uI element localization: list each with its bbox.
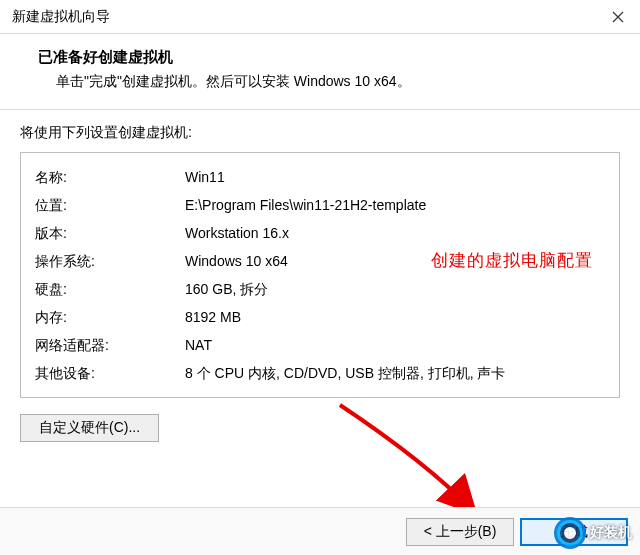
summary-value: NAT (185, 331, 605, 359)
summary-row: 版本:Workstation 16.x (35, 219, 605, 247)
summary-row: 名称:Win11 (35, 163, 605, 191)
header-title: 已准备好创建虚拟机 (38, 48, 616, 67)
summary-row: 硬盘:160 GB, 拆分 (35, 275, 605, 303)
summary-value: Workstation 16.x (185, 219, 605, 247)
close-icon (612, 11, 624, 23)
back-button[interactable]: < 上一步(B) (406, 518, 514, 546)
summary-value: Win11 (185, 163, 605, 191)
annotation-text: 创建的虚拟电脑配置 (431, 249, 593, 272)
watermark-logo-icon (554, 517, 586, 549)
wizard-footer: < 上一步(B) 完成 (0, 507, 640, 555)
summary-value: E:\Program Files\win11-21H2-template (185, 191, 605, 219)
summary-panel: 名称:Win11位置:E:\Program Files\win11-21H2-t… (20, 152, 620, 398)
summary-row: 网络适配器:NAT (35, 331, 605, 359)
settings-intro: 将使用下列设置创建虚拟机: (0, 110, 640, 152)
summary-label: 网络适配器: (35, 331, 185, 359)
summary-row: 位置:E:\Program Files\win11-21H2-template (35, 191, 605, 219)
summary-value: 8192 MB (185, 303, 605, 331)
summary-label: 版本: (35, 219, 185, 247)
watermark: 好装机 (554, 517, 632, 549)
window-title: 新建虚拟机向导 (12, 8, 110, 26)
summary-label: 硬盘: (35, 275, 185, 303)
summary-label: 其他设备: (35, 359, 185, 387)
summary-value: 160 GB, 拆分 (185, 275, 605, 303)
watermark-text: 好装机 (590, 524, 632, 542)
customize-row: 自定义硬件(C)... (0, 398, 640, 458)
wizard-header: 已准备好创建虚拟机 单击"完成"创建虚拟机。然后可以安装 Windows 10 … (0, 34, 640, 109)
summary-label: 名称: (35, 163, 185, 191)
summary-row: 内存:8192 MB (35, 303, 605, 331)
summary-row: 其他设备:8 个 CPU 内核, CD/DVD, USB 控制器, 打印机, 声… (35, 359, 605, 387)
titlebar: 新建虚拟机向导 (0, 0, 640, 34)
summary-label: 位置: (35, 191, 185, 219)
close-button[interactable] (596, 0, 640, 34)
summary-value: 8 个 CPU 内核, CD/DVD, USB 控制器, 打印机, 声卡 (185, 359, 605, 387)
summary-label: 操作系统: (35, 247, 185, 275)
summary-label: 内存: (35, 303, 185, 331)
header-subtitle: 单击"完成"创建虚拟机。然后可以安装 Windows 10 x64。 (38, 73, 616, 91)
customize-hardware-button[interactable]: 自定义硬件(C)... (20, 414, 159, 442)
